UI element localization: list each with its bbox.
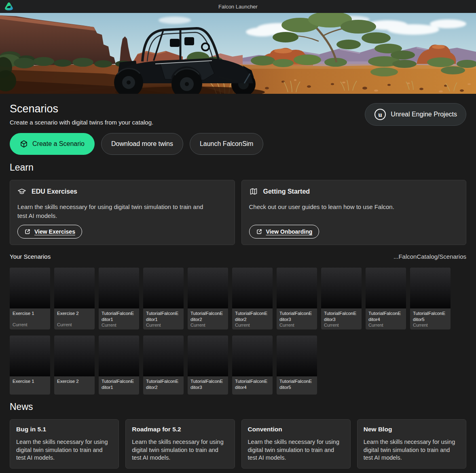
scenario-status: Current (13, 322, 47, 327)
scenario-name: TutorialFalconEditor3 (190, 378, 225, 391)
scenario-row-2: Exercise 1 Exercise 2 TutorialFalconEdit… (10, 336, 466, 395)
scenario-card[interactable]: TutorialFalconEditor4 Current (366, 268, 406, 329)
scenario-card[interactable]: TutorialFalconEditor3 Current (321, 268, 362, 329)
news-card[interactable]: Bug in 5.1 Learn the skills necessary fo… (10, 419, 119, 469)
scenario-thumbnail (143, 336, 184, 376)
scenario-card[interactable]: TutorialFalconEditor2 Current (188, 268, 228, 329)
external-link-icon (256, 228, 262, 235)
scenario-name: TutorialFalconEditor5 (279, 378, 314, 391)
scenario-card[interactable]: Exercise 2 Current (54, 268, 95, 329)
news-card[interactable]: Roadmap for 5.2 Learn the skills necessa… (125, 419, 235, 469)
news-heading: News (10, 401, 466, 412)
your-scenarios-heading: Your Scenarios (10, 253, 51, 260)
window-title: Falcon Launcher (218, 4, 258, 10)
create-scenario-button[interactable]: Create a Scenario (10, 133, 95, 155)
scenario-thumbnail (277, 336, 317, 376)
scenario-thumbnail (188, 336, 228, 376)
falcon-logo-icon (4, 2, 14, 11)
scenario-status: Current (413, 323, 448, 327)
scenario-card[interactable]: Exercise 2 (54, 336, 95, 395)
scenarios-header: Scenarios Create a scenario with digital… (10, 102, 466, 126)
scenario-thumbnail (54, 268, 95, 308)
scenario-card[interactable]: Exercise 1 Current (10, 268, 50, 329)
scenario-name: TutorialFalconEditor2 (146, 378, 181, 391)
scenario-card[interactable]: TutorialFalconEditor3 Current (277, 268, 317, 329)
scenario-thumbnail (54, 336, 95, 376)
scenario-card[interactable]: TutorialFalconEditor4 (232, 336, 273, 395)
edu-exercises-card: EDU Exercises Learn the skills necessary… (10, 180, 235, 245)
news-card-title: Roadmap for 5.2 (132, 426, 228, 433)
news-card-body: Learn the skills necessary for using dig… (132, 438, 228, 462)
create-scenario-label: Create a Scenario (32, 140, 85, 148)
scenario-card[interactable]: TutorialFalconEditor5 Current (410, 268, 451, 329)
scenario-status: Current (57, 322, 92, 327)
scenario-name: Exercise 1 (13, 310, 47, 317)
scenario-status: Current (279, 323, 314, 327)
view-onboarding-button[interactable]: View Onboarding (249, 225, 319, 239)
cube-icon (20, 140, 28, 148)
page-subtitle: Create a scenario with digital twins fro… (10, 119, 153, 126)
download-more-twins-button[interactable]: Download more twins (101, 133, 183, 155)
scenario-name: Exercise 2 (57, 378, 92, 384)
download-more-twins-label: Download more twins (111, 140, 173, 148)
external-link-icon (24, 228, 31, 235)
view-exercises-label: View Exercises (34, 228, 75, 235)
scenario-thumbnail (277, 268, 317, 308)
scenario-card[interactable]: TutorialFalconEditor5 (277, 336, 317, 395)
scenario-card[interactable]: TutorialFalconEditor2 (143, 336, 184, 395)
scenario-name: TutorialFalconEditor1 (102, 310, 136, 323)
unreal-engine-projects-button[interactable]: u Unreal Engine Projects (365, 103, 466, 126)
news-card[interactable]: New Blog Learn the skills necessary for … (357, 419, 466, 469)
scenario-thumbnail (143, 268, 184, 308)
scenario-thumbnail (10, 268, 50, 308)
getting-started-card: Getting Started Check out our user guide… (241, 180, 467, 245)
unreal-engine-icon: u (374, 108, 386, 120)
scenario-status: Current (235, 323, 270, 327)
scenario-status: Current (368, 323, 403, 327)
news-card-body: Learn the skills necessary for using dig… (364, 438, 460, 462)
scenario-name: TutorialFalconEditor3 (324, 310, 359, 323)
launch-falconsim-label: Launch FalconSim (200, 140, 254, 148)
news-cards: Bug in 5.1 Learn the skills necessary fo… (10, 419, 466, 469)
your-scenarios-header: Your Scenarios ...FalconCatalog/Scenario… (10, 253, 466, 260)
learn-heading: Learn (10, 162, 466, 173)
scenario-card[interactable]: TutorialFalconEditor1 (99, 336, 139, 395)
edu-exercises-body: Learn the skills necessary for using dig… (17, 203, 227, 220)
scenario-card[interactable]: TutorialFalconEditor1 Current (99, 268, 139, 329)
scenario-name: TutorialFalconEditor2 (235, 310, 270, 323)
edu-exercises-title: EDU Exercises (32, 188, 77, 195)
scenario-thumbnail (188, 268, 228, 308)
scenario-row-1: Exercise 1 Current Exercise 2 Current Tu… (10, 268, 466, 329)
scenario-card[interactable]: TutorialFalconEditor2 Current (232, 268, 273, 329)
scenario-card[interactable]: Exercise 1 (10, 336, 50, 395)
scenario-card[interactable]: TutorialFalconEditor1 Current (143, 268, 184, 329)
unreal-engine-projects-label: Unreal Engine Projects (391, 111, 457, 118)
scenario-thumbnail (99, 336, 139, 376)
learn-cards: EDU Exercises Learn the skills necessary… (10, 180, 466, 245)
news-card[interactable]: Convention Learn the skills necessary fo… (241, 419, 351, 469)
view-exercises-button[interactable]: View Exercises (17, 225, 82, 239)
scenario-name: TutorialFalconEditor3 (279, 310, 314, 323)
news-card-body: Learn the skills necessary for using dig… (16, 438, 112, 462)
news-card-body: Learn the skills necessary for using dig… (248, 438, 344, 462)
scenario-name: Exercise 1 (13, 378, 47, 384)
hero-image: RZR POLARIS (0, 13, 476, 94)
getting-started-body: Check out our user guides to learn how t… (249, 203, 459, 211)
scenario-status: Current (102, 323, 136, 327)
scenario-actions: Create a Scenario Download more twins La… (10, 133, 466, 155)
scenario-name: TutorialFalconEditor1 (102, 378, 136, 391)
scenarios-path: ...FalconCatalog/Scenarios (393, 253, 466, 260)
scenario-status: Current (146, 323, 181, 327)
scenario-card[interactable]: TutorialFalconEditor3 (188, 336, 228, 395)
launch-falconsim-button[interactable]: Launch FalconSim (190, 133, 264, 155)
view-onboarding-label: View Onboarding (266, 228, 313, 235)
scenario-status: Current (324, 323, 359, 327)
scenario-name: TutorialFalconEditor1 (146, 310, 181, 323)
scenario-name: TutorialFalconEditor4 (235, 378, 270, 391)
scenario-thumbnail (232, 268, 273, 308)
page-title: Scenarios (10, 102, 153, 115)
scenario-status: Current (190, 323, 225, 327)
news-card-title: Bug in 5.1 (16, 426, 112, 433)
scenario-thumbnail (10, 336, 50, 376)
scenario-thumbnail (410, 268, 451, 308)
